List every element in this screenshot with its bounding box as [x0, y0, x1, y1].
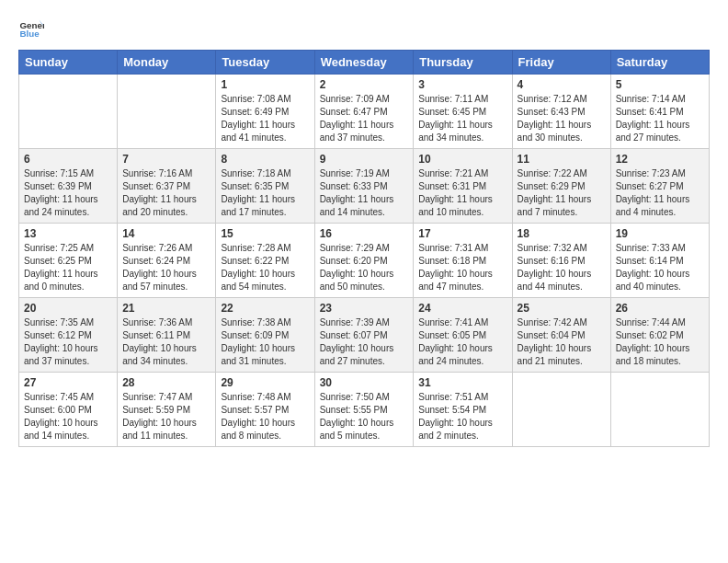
- day-info: Sunrise: 7:44 AM Sunset: 6:02 PM Dayligh…: [616, 316, 704, 368]
- day-number: 23: [320, 302, 409, 315]
- calendar-cell: 11Sunrise: 7:22 AM Sunset: 6:29 PM Dayli…: [512, 149, 610, 224]
- day-info: Sunrise: 7:42 AM Sunset: 6:04 PM Dayligh…: [518, 316, 606, 368]
- day-info: Sunrise: 7:48 AM Sunset: 5:57 PM Dayligh…: [221, 391, 309, 442]
- calendar-cell: 3Sunrise: 7:11 AM Sunset: 6:45 PM Daylig…: [414, 75, 512, 149]
- day-number: 30: [320, 376, 409, 389]
- day-number: 27: [24, 376, 112, 389]
- svg-text:Blue: Blue: [19, 29, 40, 39]
- day-info: Sunrise: 7:32 AM Sunset: 6:16 PM Dayligh…: [518, 242, 606, 293]
- day-number: 18: [518, 227, 606, 240]
- day-info: Sunrise: 7:39 AM Sunset: 6:07 PM Dayligh…: [320, 316, 409, 368]
- day-info: Sunrise: 7:28 AM Sunset: 6:22 PM Dayligh…: [221, 242, 309, 293]
- day-number: 22: [221, 302, 309, 315]
- day-info: Sunrise: 7:47 AM Sunset: 5:59 PM Dayligh…: [122, 391, 210, 442]
- day-number: 16: [320, 227, 409, 240]
- calendar-cell: 16Sunrise: 7:29 AM Sunset: 6:20 PM Dayli…: [314, 224, 414, 298]
- calendar-cell: [610, 373, 709, 447]
- day-info: Sunrise: 7:51 AM Sunset: 5:54 PM Dayligh…: [418, 391, 506, 442]
- calendar-cell: 6Sunrise: 7:15 AM Sunset: 6:39 PM Daylig…: [19, 149, 118, 224]
- day-number: 24: [418, 302, 506, 315]
- day-number: 11: [518, 153, 606, 166]
- day-number: 2: [320, 78, 409, 91]
- day-info: Sunrise: 7:08 AM Sunset: 6:49 PM Dayligh…: [221, 93, 309, 144]
- day-number: 25: [518, 302, 606, 315]
- calendar-cell: 9Sunrise: 7:19 AM Sunset: 6:33 PM Daylig…: [314, 149, 414, 224]
- calendar-cell: 13Sunrise: 7:25 AM Sunset: 6:25 PM Dayli…: [19, 224, 118, 298]
- calendar-week-2: 6Sunrise: 7:15 AM Sunset: 6:39 PM Daylig…: [19, 149, 710, 224]
- day-info: Sunrise: 7:22 AM Sunset: 6:29 PM Dayligh…: [518, 167, 606, 219]
- weekday-header-tuesday: Tuesday: [216, 51, 314, 75]
- day-number: 28: [122, 376, 210, 389]
- calendar-table: SundayMondayTuesdayWednesdayThursdayFrid…: [18, 50, 710, 447]
- calendar-cell: 30Sunrise: 7:50 AM Sunset: 5:55 PM Dayli…: [314, 373, 414, 447]
- day-info: Sunrise: 7:36 AM Sunset: 6:11 PM Dayligh…: [122, 316, 210, 368]
- calendar-cell: 28Sunrise: 7:47 AM Sunset: 5:59 PM Dayli…: [118, 373, 216, 447]
- day-number: 14: [122, 227, 210, 240]
- day-info: Sunrise: 7:23 AM Sunset: 6:27 PM Dayligh…: [616, 167, 704, 219]
- calendar-cell: 21Sunrise: 7:36 AM Sunset: 6:11 PM Dayli…: [118, 298, 216, 373]
- logo: General Blue: [18, 15, 48, 40]
- day-number: 13: [24, 227, 112, 240]
- day-info: Sunrise: 7:18 AM Sunset: 6:35 PM Dayligh…: [221, 167, 309, 219]
- day-number: 1: [221, 78, 309, 91]
- calendar-cell: 26Sunrise: 7:44 AM Sunset: 6:02 PM Dayli…: [610, 298, 709, 373]
- calendar-week-3: 13Sunrise: 7:25 AM Sunset: 6:25 PM Dayli…: [19, 224, 710, 298]
- day-info: Sunrise: 7:21 AM Sunset: 6:31 PM Dayligh…: [418, 167, 506, 219]
- day-info: Sunrise: 7:19 AM Sunset: 6:33 PM Dayligh…: [320, 167, 409, 219]
- day-number: 3: [418, 78, 506, 91]
- calendar-cell: 31Sunrise: 7:51 AM Sunset: 5:54 PM Dayli…: [414, 373, 512, 447]
- calendar-header-row: SundayMondayTuesdayWednesdayThursdayFrid…: [19, 51, 710, 75]
- calendar-cell: [512, 373, 610, 447]
- day-number: 7: [122, 153, 210, 166]
- day-number: 4: [518, 78, 606, 91]
- day-info: Sunrise: 7:29 AM Sunset: 6:20 PM Dayligh…: [320, 242, 409, 293]
- calendar-cell: 19Sunrise: 7:33 AM Sunset: 6:14 PM Dayli…: [610, 224, 709, 298]
- calendar-cell: 5Sunrise: 7:14 AM Sunset: 6:41 PM Daylig…: [610, 75, 709, 149]
- day-number: 6: [24, 153, 112, 166]
- calendar-cell: 23Sunrise: 7:39 AM Sunset: 6:07 PM Dayli…: [314, 298, 414, 373]
- calendar-week-4: 20Sunrise: 7:35 AM Sunset: 6:12 PM Dayli…: [19, 298, 710, 373]
- day-number: 8: [221, 153, 309, 166]
- day-info: Sunrise: 7:26 AM Sunset: 6:24 PM Dayligh…: [122, 242, 210, 293]
- calendar-cell: 8Sunrise: 7:18 AM Sunset: 6:35 PM Daylig…: [216, 149, 314, 224]
- calendar-cell: 27Sunrise: 7:45 AM Sunset: 6:00 PM Dayli…: [19, 373, 118, 447]
- calendar-week-5: 27Sunrise: 7:45 AM Sunset: 6:00 PM Dayli…: [19, 373, 710, 447]
- calendar-cell: 17Sunrise: 7:31 AM Sunset: 6:18 PM Dayli…: [414, 224, 512, 298]
- day-info: Sunrise: 7:50 AM Sunset: 5:55 PM Dayligh…: [320, 391, 409, 442]
- day-number: 20: [24, 302, 112, 315]
- day-number: 31: [418, 376, 506, 389]
- day-info: Sunrise: 7:35 AM Sunset: 6:12 PM Dayligh…: [24, 316, 112, 368]
- calendar-cell: 29Sunrise: 7:48 AM Sunset: 5:57 PM Dayli…: [216, 373, 314, 447]
- calendar-cell: 10Sunrise: 7:21 AM Sunset: 6:31 PM Dayli…: [414, 149, 512, 224]
- calendar-cell: 15Sunrise: 7:28 AM Sunset: 6:22 PM Dayli…: [216, 224, 314, 298]
- calendar-cell: 20Sunrise: 7:35 AM Sunset: 6:12 PM Dayli…: [19, 298, 118, 373]
- weekday-header-sunday: Sunday: [19, 51, 118, 75]
- day-info: Sunrise: 7:41 AM Sunset: 6:05 PM Dayligh…: [418, 316, 506, 368]
- day-info: Sunrise: 7:45 AM Sunset: 6:00 PM Dayligh…: [24, 391, 112, 442]
- day-info: Sunrise: 7:33 AM Sunset: 6:14 PM Dayligh…: [616, 242, 704, 293]
- day-info: Sunrise: 7:09 AM Sunset: 6:47 PM Dayligh…: [320, 93, 409, 144]
- calendar-cell: 14Sunrise: 7:26 AM Sunset: 6:24 PM Dayli…: [118, 224, 216, 298]
- day-info: Sunrise: 7:38 AM Sunset: 6:09 PM Dayligh…: [221, 316, 309, 368]
- day-info: Sunrise: 7:25 AM Sunset: 6:25 PM Dayligh…: [24, 242, 112, 293]
- day-number: 9: [320, 153, 409, 166]
- day-number: 19: [616, 227, 704, 240]
- day-number: 5: [616, 78, 704, 91]
- calendar-cell: 24Sunrise: 7:41 AM Sunset: 6:05 PM Dayli…: [414, 298, 512, 373]
- calendar-cell: 7Sunrise: 7:16 AM Sunset: 6:37 PM Daylig…: [118, 149, 216, 224]
- day-number: 10: [418, 153, 506, 166]
- day-number: 12: [616, 153, 704, 166]
- calendar-cell: [118, 75, 216, 149]
- weekday-header-saturday: Saturday: [610, 51, 709, 75]
- calendar-cell: 4Sunrise: 7:12 AM Sunset: 6:43 PM Daylig…: [512, 75, 610, 149]
- day-number: 26: [616, 302, 704, 315]
- day-info: Sunrise: 7:16 AM Sunset: 6:37 PM Dayligh…: [122, 167, 210, 219]
- day-info: Sunrise: 7:12 AM Sunset: 6:43 PM Dayligh…: [518, 93, 606, 144]
- day-number: 29: [221, 376, 309, 389]
- day-number: 21: [122, 302, 210, 315]
- calendar-cell: 2Sunrise: 7:09 AM Sunset: 6:47 PM Daylig…: [314, 75, 414, 149]
- calendar-cell: 25Sunrise: 7:42 AM Sunset: 6:04 PM Dayli…: [512, 298, 610, 373]
- calendar-cell: 18Sunrise: 7:32 AM Sunset: 6:16 PM Dayli…: [512, 224, 610, 298]
- day-info: Sunrise: 7:14 AM Sunset: 6:41 PM Dayligh…: [616, 93, 704, 144]
- weekday-header-monday: Monday: [118, 51, 216, 75]
